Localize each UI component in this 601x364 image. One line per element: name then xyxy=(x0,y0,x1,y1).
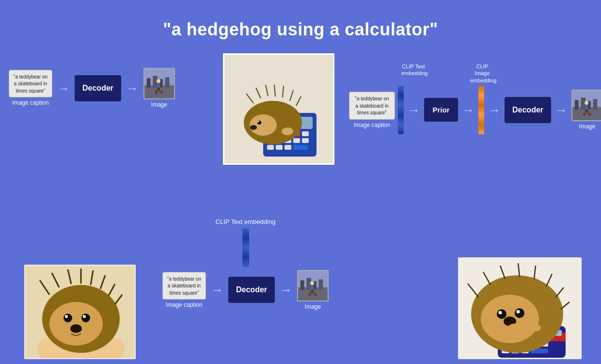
arrow-1-bottom: → xyxy=(211,284,223,296)
prior-box-right: Prior xyxy=(424,98,458,122)
svg-point-11 xyxy=(155,92,157,94)
svg-rect-20 xyxy=(302,131,309,136)
svg-rect-25 xyxy=(302,138,309,143)
arrow-2-bottom: → xyxy=(280,284,292,296)
arrow-3-right: → xyxy=(488,104,501,116)
slide-title: "a hedgehog using a calculator" xyxy=(0,0,601,40)
svg-point-60 xyxy=(70,324,82,333)
svg-point-41 xyxy=(250,125,257,130)
decoder-item-bottom: Decoder xyxy=(228,277,275,303)
image-label-topleft: Image xyxy=(151,101,167,108)
svg-point-104 xyxy=(315,294,316,296)
svg-point-117 xyxy=(589,114,591,116)
svg-rect-99 xyxy=(311,285,314,290)
right-pipeline-main-row: "a teddybear on a skateboard in times sq… xyxy=(349,86,601,134)
caption-box-bottom: "a teddybear on a skateboard in times sq… xyxy=(162,272,206,300)
decoder-box-bottom: Decoder xyxy=(228,277,275,303)
svg-rect-5 xyxy=(165,77,170,87)
caption-text-topleft: "a teddybear on a skateboard in times sq… xyxy=(14,74,47,94)
svg-point-91 xyxy=(527,324,541,332)
caption-text-right: "a teddybear on a skateboard in times sq… xyxy=(355,96,389,115)
svg-point-55 xyxy=(49,302,103,346)
image-item-right: Image xyxy=(571,90,601,130)
clip-text-embed-bar-right xyxy=(398,86,404,134)
svg-rect-24 xyxy=(293,138,300,143)
output-image-bottom xyxy=(297,270,329,301)
svg-rect-107 xyxy=(575,100,579,110)
svg-rect-94 xyxy=(300,280,304,289)
decoder-item-topleft: Decoder xyxy=(75,75,121,101)
svg-point-57 xyxy=(65,315,68,318)
svg-rect-110 xyxy=(593,99,598,110)
skateboard-person-icon xyxy=(144,68,174,99)
top-right-pipeline: CLIP Text embedding CLIP Image embedding… xyxy=(349,63,601,134)
svg-point-12 xyxy=(161,92,163,94)
image-item-bottom: Image xyxy=(297,270,329,310)
output-image-topleft xyxy=(143,68,175,99)
decoder-box-topleft: Decoder xyxy=(75,75,121,101)
caption-box-topleft: "a teddybear on a skateboard in times sq… xyxy=(9,70,52,98)
svg-point-88 xyxy=(517,310,520,314)
big-hedgehog-face-image xyxy=(24,265,136,359)
svg-rect-97 xyxy=(319,279,323,289)
svg-rect-27 xyxy=(276,145,283,150)
svg-point-98 xyxy=(310,281,314,285)
output-image-right xyxy=(571,90,601,121)
caption-text-bottom: "a teddybear on a skateboard in times sq… xyxy=(167,276,201,296)
clip-headers: CLIP Text embedding CLIP Image embedding xyxy=(349,63,601,84)
caption-label-bottom: Image caption xyxy=(166,301,202,308)
svg-point-59 xyxy=(83,315,86,318)
clip-image-embed-bar-right xyxy=(478,86,484,134)
prior-item-right: Prior xyxy=(424,98,458,122)
image-item-topleft: Image xyxy=(143,68,175,108)
caption-label-topleft: Image caption xyxy=(12,99,48,106)
svg-point-40 xyxy=(258,121,259,123)
svg-point-42 xyxy=(282,127,293,135)
arrow-2-right: → xyxy=(462,104,474,116)
svg-rect-7 xyxy=(157,83,160,88)
svg-point-90 xyxy=(507,323,527,332)
svg-point-116 xyxy=(583,114,585,116)
caption-item-bottom: "a teddybear on a skateboard in times sq… xyxy=(162,272,206,309)
svg-point-58 xyxy=(81,314,90,322)
arrow-4-right: → xyxy=(555,104,568,116)
clip-text-embed-label-right: CLIP Text embedding xyxy=(401,63,426,77)
svg-point-6 xyxy=(157,79,160,83)
bottom-center-section: CLIP Text embedding "a teddybear on a sk… xyxy=(162,218,329,310)
clip-text-embed-section: CLIP Text embedding xyxy=(162,218,329,267)
caption-label-right: Image caption xyxy=(354,122,390,128)
hedgehog-calculator-right-svg xyxy=(459,258,582,359)
big-hedgehog-calculator-image xyxy=(458,257,582,359)
clip-image-embed-label-right: CLIP Image embedding xyxy=(470,63,494,84)
svg-point-38 xyxy=(250,114,277,136)
svg-rect-29 xyxy=(293,145,308,150)
svg-point-111 xyxy=(585,101,588,105)
decoder-item-right: Decoder xyxy=(505,97,551,123)
decoder-box-right: Decoder xyxy=(505,97,551,123)
image-label-bottom: Image xyxy=(305,303,321,310)
caption-item-topleft: "a teddybear on a skateboard in times sq… xyxy=(9,70,52,107)
svg-rect-28 xyxy=(285,145,291,150)
top-left-pipeline: "a teddybear on a skateboard in times sq… xyxy=(9,68,175,108)
skateboard-person-icon-bottom xyxy=(298,270,328,301)
hedgehog-face-svg xyxy=(25,266,136,359)
svg-rect-2 xyxy=(147,78,151,87)
clip-text-bar-right xyxy=(398,86,404,134)
svg-rect-26 xyxy=(267,145,274,150)
arrow-2-topleft: → xyxy=(126,82,139,95)
main-area: "a teddybear on a skateboard in times sq… xyxy=(0,53,601,364)
arrow-1-topleft: → xyxy=(57,82,70,95)
svg-point-85 xyxy=(497,309,506,319)
arrow-1-right: → xyxy=(408,104,420,116)
center-hedgehog-image xyxy=(223,53,334,165)
clip-image-bar-right xyxy=(478,86,484,134)
svg-point-56 xyxy=(63,314,72,322)
image-label-right: Image xyxy=(579,123,595,130)
svg-point-86 xyxy=(499,311,502,315)
clip-embedding-bar-bottom xyxy=(242,228,249,267)
caption-item-right: "a teddybear on a skateboard in times sq… xyxy=(349,92,395,128)
hedgehog-calculator-svg xyxy=(224,55,334,165)
svg-point-87 xyxy=(515,308,524,318)
svg-point-103 xyxy=(309,294,311,296)
skateboard-person-icon-right xyxy=(572,90,601,121)
